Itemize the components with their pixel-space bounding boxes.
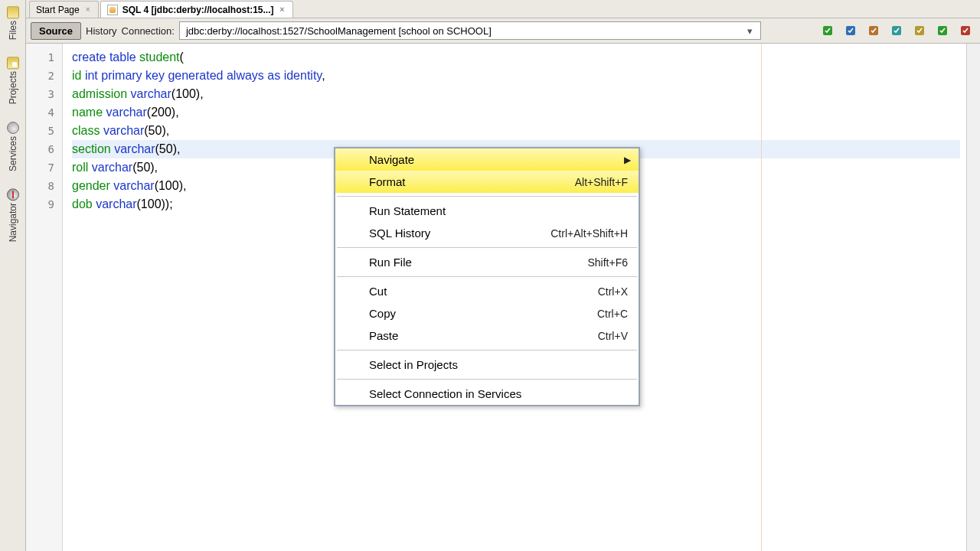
- menu-item-select-in-projects[interactable]: Select in Projects: [335, 354, 639, 376]
- run-script-icon[interactable]: [841, 21, 861, 40]
- print-margin: [761, 44, 762, 551]
- history-button[interactable]: History: [86, 25, 116, 37]
- context-menu: Navigate▶FormatAlt+Shift+FRun StatementS…: [334, 147, 640, 406]
- projects-icon: [7, 57, 19, 69]
- vertical-scrollbar[interactable]: [966, 44, 980, 551]
- menu-shortcut: Ctrl+C: [597, 308, 628, 320]
- line-number: 3: [26, 85, 62, 103]
- line-number: 2: [26, 67, 62, 85]
- menu-shortcut: Ctrl+X: [598, 285, 628, 298]
- menu-item-run-file[interactable]: Run FileShift+F6: [335, 251, 639, 273]
- menu-item-cut[interactable]: CutCtrl+X: [335, 280, 639, 302]
- line-number: 6: [26, 140, 62, 158]
- line-number: 9: [26, 195, 62, 214]
- tool-window-services[interactable]: Services: [5, 119, 21, 174]
- side-tool-window-bar: Files Projects Services Navigator: [0, 0, 26, 551]
- menu-item-sql-history[interactable]: SQL HistoryCtrl+Alt+Shift+H: [335, 222, 639, 244]
- export-icon[interactable]: [910, 21, 929, 40]
- sql-toolbar: Source History Connection: jdbc:derby://…: [26, 18, 980, 44]
- refresh-icon[interactable]: [933, 21, 952, 40]
- line-number: 5: [26, 122, 62, 140]
- menu-item-format[interactable]: FormatAlt+Shift+F: [335, 171, 639, 193]
- close-icon[interactable]: ×: [279, 6, 286, 14]
- menu-separator: [337, 276, 637, 277]
- menu-item-paste[interactable]: PasteCtrl+V: [335, 324, 639, 347]
- line-number: 7: [26, 158, 62, 177]
- menu-separator: [337, 379, 637, 380]
- menu-separator: [337, 196, 637, 197]
- tab-sql-editor[interactable]: SQL 4 [jdbc:derby://localhost:15...] ×: [100, 1, 293, 18]
- label: Projects: [8, 71, 18, 104]
- tool-window-navigator[interactable]: Navigator: [5, 185, 21, 245]
- run-sql-icon[interactable]: [818, 21, 838, 40]
- menu-shortcut: Shift+F6: [587, 256, 628, 269]
- close-icon[interactable]: [956, 21, 975, 40]
- line-number: 1: [26, 48, 62, 67]
- menu-label: Navigate: [369, 153, 414, 166]
- menu-label: Run File: [369, 256, 412, 269]
- menu-label: Copy: [369, 307, 396, 320]
- editor-tab-bar: Start Page × SQL 4 [jdbc:derby://localho…: [26, 0, 980, 18]
- menu-separator: [337, 247, 637, 248]
- tab-label: SQL 4 [jdbc:derby://localhost:15...]: [122, 5, 274, 15]
- code-line[interactable]: admission varchar(100),: [72, 85, 960, 103]
- menu-label: Format: [369, 175, 406, 188]
- menu-item-copy[interactable]: CopyCtrl+C: [335, 302, 639, 324]
- line-number: 4: [26, 103, 62, 122]
- menu-label: Cut: [369, 285, 387, 298]
- menu-label: SQL History: [369, 227, 430, 240]
- menu-label: Paste: [369, 329, 398, 342]
- connection-label: Connection:: [122, 25, 175, 37]
- tool-window-files[interactable]: Files: [5, 3, 21, 43]
- files-icon: [7, 6, 19, 18]
- tab-label: Start Page: [36, 5, 80, 15]
- menu-label: Select Connection in Services: [369, 387, 521, 400]
- connection-dropdown[interactable]: jdbc:derby://localhost:1527/SchoolManage…: [179, 21, 761, 40]
- menu-shortcut: Ctrl+Alt+Shift+H: [550, 227, 628, 240]
- connection-value: jdbc:derby://localhost:1527/SchoolManage…: [186, 25, 492, 37]
- sql-file-icon: [107, 5, 118, 15]
- menu-separator: [337, 350, 637, 350]
- toolbar-action-group: [818, 21, 975, 40]
- tab-start-page[interactable]: Start Page ×: [29, 1, 99, 18]
- navigator-icon: [7, 188, 19, 201]
- menu-item-run-statement[interactable]: Run Statement: [335, 200, 639, 222]
- keep-tabs-icon[interactable]: [887, 21, 906, 40]
- tool-window-projects[interactable]: Projects: [5, 54, 21, 107]
- menu-label: Select in Projects: [369, 358, 458, 371]
- menu-item-select-connection-in-services[interactable]: Select Connection in Services: [335, 383, 639, 405]
- services-icon: [7, 122, 19, 134]
- label: Files: [8, 21, 18, 40]
- line-number: 8: [26, 177, 62, 195]
- label: Navigator: [8, 203, 18, 242]
- sql-history-icon[interactable]: [864, 21, 884, 40]
- code-line[interactable]: create table student(: [72, 48, 960, 67]
- menu-shortcut: Alt+Shift+F: [575, 176, 628, 188]
- close-icon[interactable]: ×: [84, 6, 92, 14]
- menu-shortcut: Ctrl+V: [598, 330, 628, 342]
- menu-label: Run Statement: [369, 204, 446, 217]
- code-line[interactable]: name varchar(200),: [72, 103, 960, 122]
- chevron-down-icon: ▾: [743, 25, 757, 37]
- menu-item-navigate[interactable]: Navigate▶: [335, 148, 639, 171]
- code-line[interactable]: id int primary key generated always as i…: [72, 67, 960, 85]
- line-number-gutter: 123456789: [26, 44, 63, 551]
- code-line[interactable]: class varchar(50),: [72, 122, 960, 140]
- source-button[interactable]: Source: [31, 22, 81, 40]
- submenu-arrow-icon: ▶: [624, 155, 631, 165]
- label: Services: [8, 136, 18, 171]
